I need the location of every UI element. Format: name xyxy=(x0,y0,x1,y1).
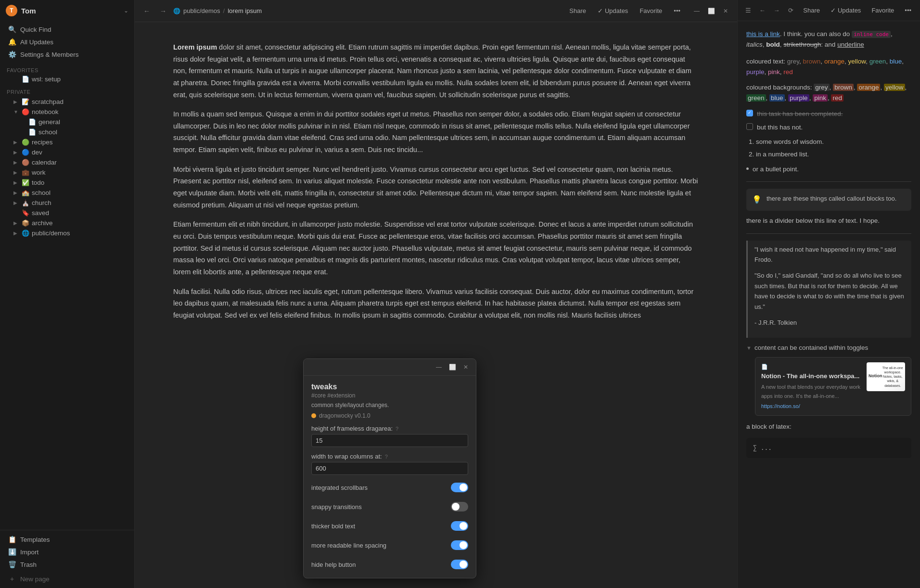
archive-icon: 📦 xyxy=(22,219,29,227)
panel-more-button[interactable]: ••• xyxy=(901,5,915,16)
breadcrumb-path[interactable]: public/demos xyxy=(183,7,220,14)
sidebar-item-scratchpad[interactable]: ▶ 📝 scratchpad xyxy=(2,97,132,107)
sidebar-item-import[interactable]: ⬇️ Import xyxy=(2,546,132,558)
tweaks-body: tweaks #core #extension common style/lay… xyxy=(304,376,476,578)
workspace-title: Tom xyxy=(21,7,120,15)
ct-orange: orange xyxy=(824,58,844,65)
tweaks-toggle-help: hide help button xyxy=(311,558,468,571)
list-item: in a numbered list. xyxy=(756,149,911,160)
sidebar-item-settings[interactable]: ⚙️ Settings & Members xyxy=(2,48,132,61)
toggle-bold[interactable] xyxy=(451,521,468,531)
toggle-label-snappy: snappy transitions xyxy=(311,503,362,511)
link-text[interactable]: this is a link xyxy=(746,30,780,38)
tweaks-minimize-button[interactable]: — xyxy=(434,362,444,372)
checkbox-done: this task has been completed. xyxy=(746,109,911,119)
checkbox-checked[interactable] xyxy=(746,110,753,116)
forward-button[interactable]: → xyxy=(157,5,169,17)
tweaks-info: common style/layout changes. xyxy=(311,402,468,409)
panel-menu-button[interactable]: ☰ xyxy=(742,5,754,16)
scratchpad-icon: 📝 xyxy=(22,98,29,105)
notion-logo: Notion The all-in-one workspace. Notes, … xyxy=(867,362,905,391)
private-label: PRIVATE xyxy=(0,84,134,96)
panel-forward-button[interactable]: → xyxy=(771,5,782,16)
inline-code-text: inline code xyxy=(852,31,891,38)
sidebar-item-calendar[interactable]: ▶ 🟤 calendar xyxy=(2,157,132,167)
toggle-help[interactable] xyxy=(451,560,468,569)
sidebar-item-all-updates[interactable]: 🔔 All Updates xyxy=(2,36,132,48)
paragraph-1: Lorem ipsum dolor sit amet, consectetur … xyxy=(173,41,699,101)
tweaks-close-button[interactable]: ✕ xyxy=(460,362,471,372)
tweaks-height-label: height of frameless dragarea: ? xyxy=(311,425,468,432)
sidebar-item-dev[interactable]: ▶ 🔵 dev xyxy=(2,147,132,157)
toggle-scrollbars[interactable] xyxy=(451,483,468,492)
paragraph-3: Morbi viverra ligula et justo tincidunt … xyxy=(173,164,699,211)
colored-bg-label: coloured backgrounds: xyxy=(746,84,814,91)
ct-pink: pink xyxy=(768,68,780,76)
share-button[interactable]: Share xyxy=(565,5,590,16)
workspace-header[interactable]: T Tom ⌄ xyxy=(0,0,134,21)
sidebar-item-archive[interactable]: ▶ 📦 archive xyxy=(2,218,132,228)
back-button[interactable]: ← xyxy=(141,5,153,17)
sidebar-item-recipes[interactable]: ▶ 🟢 recipes xyxy=(2,137,132,147)
item-label: work xyxy=(32,169,127,176)
close-button[interactable]: ✕ xyxy=(720,5,731,17)
toggle-content: 📄 Notion - The all-in-one workspa... A n… xyxy=(755,357,911,416)
checkbox-unchecked[interactable] xyxy=(746,123,753,130)
item-label: scratchpad xyxy=(32,98,127,105)
cb-red: red xyxy=(831,94,843,102)
search-icon: 🔍 xyxy=(8,26,16,33)
panel-refresh-button[interactable]: ⟳ xyxy=(785,5,797,16)
sidebar-item-school[interactable]: ▶ 🏫 school xyxy=(2,188,132,198)
help-icon[interactable]: ? xyxy=(385,454,388,460)
item-label: archive xyxy=(32,219,127,227)
ct-grey: grey xyxy=(787,58,799,65)
main-titlebar: ← → 🌐 public/demos / lorem ipsum Share ✓… xyxy=(135,0,737,22)
sidebar-item-label: Quick Find xyxy=(20,26,51,33)
tweaks-width-field: width to wrap columns at: ? xyxy=(311,453,468,475)
panel-favorite-button[interactable]: Favorite xyxy=(868,5,898,16)
plus-icon: + xyxy=(8,575,16,583)
toggle-spacing[interactable] xyxy=(451,540,468,550)
panel-updates-button[interactable]: ✓ Updates xyxy=(827,5,865,16)
item-label: general xyxy=(38,118,127,126)
more-button[interactable]: ••• xyxy=(670,5,684,16)
new-page-button[interactable]: + New page xyxy=(2,573,132,585)
item-label: wsl: setup xyxy=(32,76,127,83)
favorite-button[interactable]: Favorite xyxy=(636,5,666,16)
sidebar-item-public-demos[interactable]: ▶ 🌐 public/demos xyxy=(2,228,132,238)
sidebar-item-notebook[interactable]: ▼ 🔴 notebook xyxy=(2,107,132,117)
panel-share-button[interactable]: Share xyxy=(799,5,824,16)
sidebar-item-label: Trash xyxy=(20,561,37,568)
toggle-header[interactable]: ▼ content can be contained within toggle… xyxy=(746,343,911,353)
updates-button[interactable]: ✓ Updates xyxy=(594,5,632,16)
sidebar-item-label: Templates xyxy=(20,536,50,543)
new-page-label: New page xyxy=(20,575,50,583)
sidebar-item-work[interactable]: ▶ 💼 work xyxy=(2,167,132,178)
tweaks-maximize-button[interactable]: ⬜ xyxy=(447,362,458,372)
panel-back-button[interactable]: ← xyxy=(757,5,768,16)
tweaks-width-input[interactable] xyxy=(311,462,468,475)
sidebar-item-saved[interactable]: 🔖 saved xyxy=(2,208,132,218)
sidebar-item-trash[interactable]: 🗑️ Trash xyxy=(2,558,132,571)
toggle-snappy[interactable] xyxy=(451,502,468,511)
sidebar-item-wsl-setup[interactable]: 📄 wsl: setup xyxy=(2,74,132,84)
sidebar-item-quick-find[interactable]: 🔍 Quick Find xyxy=(2,23,132,36)
ct-red: red xyxy=(783,68,793,76)
minimize-button[interactable]: — xyxy=(691,5,703,17)
help-icon[interactable]: ? xyxy=(396,426,398,432)
sidebar-item-templates[interactable]: 📋 Templates xyxy=(2,533,132,546)
breadcrumb: 🌐 public/demos / lorem ipsum xyxy=(173,7,562,14)
expand-arrow: ▶ xyxy=(13,180,19,185)
item-label: dev xyxy=(32,149,127,156)
maximize-button[interactable]: ⬜ xyxy=(705,5,717,17)
tweaks-height-input[interactable] xyxy=(311,434,468,447)
sidebar-item-school-sub[interactable]: 📄 school xyxy=(2,127,132,137)
sidebar-item-general[interactable]: 📄 general xyxy=(2,117,132,127)
ct-brown: brown xyxy=(803,58,821,65)
panel-actions: Share ✓ Updates Favorite ••• xyxy=(799,5,915,16)
callout-text: there are these things called callout bl… xyxy=(767,193,896,206)
bell-icon: 🔔 xyxy=(8,38,16,46)
sidebar-item-church[interactable]: ▶ ⛪ church xyxy=(2,198,132,208)
sidebar-item-todo[interactable]: ▶ ✅ todo xyxy=(2,178,132,188)
cb-pink: pink xyxy=(813,94,828,102)
